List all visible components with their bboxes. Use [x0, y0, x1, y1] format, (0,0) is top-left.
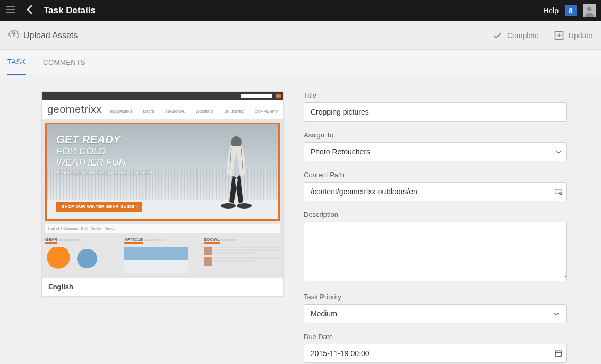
page-preview[interactable]: geometrixx EQUIPMENT MEN'S SEASONAL WOME…	[42, 92, 283, 278]
upload-assets-label: Upload Assets	[23, 31, 78, 40]
help-link[interactable]: Help	[543, 6, 559, 15]
update-button[interactable]: Update	[554, 30, 593, 41]
path-browse-button[interactable]	[550, 182, 567, 201]
chevron-down-icon	[553, 310, 560, 317]
preview-caption: English	[42, 278, 283, 296]
title-input[interactable]	[304, 102, 567, 122]
due-date-picker-button[interactable]	[550, 344, 567, 363]
tab-task[interactable]: TASK	[7, 50, 26, 75]
svg-rect-8	[555, 351, 561, 356]
assign-select[interactable]: Photo Retouchers	[304, 142, 550, 161]
svg-point-3	[231, 136, 242, 148]
update-label: Update	[569, 31, 593, 40]
back-icon[interactable]	[24, 4, 37, 17]
path-label: Content Path	[304, 171, 567, 179]
notification-badge[interactable]: 8	[565, 5, 577, 16]
svg-point-4	[221, 203, 236, 209]
tab-comments[interactable]: COMMENTS	[43, 50, 85, 75]
priority-select[interactable]: Medium	[304, 304, 567, 323]
description-textarea[interactable]	[304, 222, 567, 281]
title-label: Title	[304, 91, 567, 99]
upload-assets-button[interactable]: Upload Assets	[8, 30, 78, 41]
user-avatar[interactable]	[583, 4, 596, 17]
svg-rect-6	[555, 189, 561, 194]
path-input[interactable]	[304, 182, 550, 201]
svg-point-1	[587, 7, 591, 11]
due-date-input[interactable]	[304, 344, 550, 363]
check-icon	[492, 30, 503, 41]
due-date-label: Due Date	[304, 333, 567, 341]
complete-button[interactable]: Complete	[492, 30, 539, 41]
svg-point-5	[237, 203, 252, 209]
complete-label: Complete	[507, 31, 539, 40]
assign-label: Assign To	[304, 131, 567, 139]
description-label: Description	[304, 211, 567, 219]
preview-logo: geometrixx	[47, 103, 102, 116]
hamburger-icon[interactable]	[5, 4, 18, 17]
download-box-icon	[554, 30, 564, 41]
folder-search-icon	[554, 187, 563, 196]
calendar-icon	[554, 349, 563, 358]
page-title: Task Details	[44, 5, 543, 16]
chevron-down-icon	[555, 148, 562, 155]
priority-label: Task Priority	[304, 293, 567, 301]
preview-card: geometrixx EQUIPMENT MEN'S SEASONAL WOME…	[41, 91, 284, 297]
upload-icon	[8, 30, 19, 41]
assign-dropdown-button[interactable]	[550, 142, 567, 161]
